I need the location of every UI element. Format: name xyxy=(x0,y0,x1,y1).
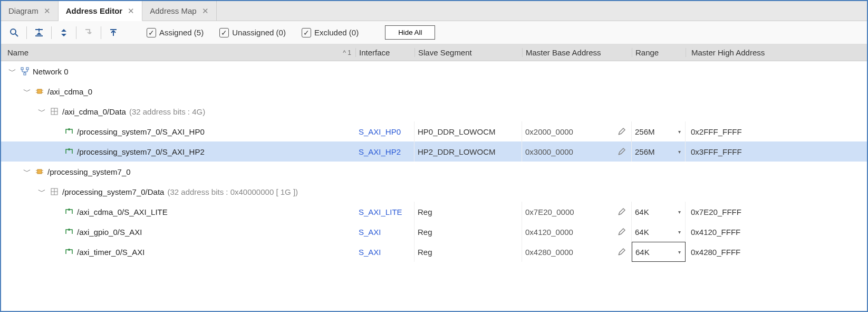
assigned-checkbox[interactable]: ✓ Assigned (5) xyxy=(147,28,204,37)
svg-rect-5 xyxy=(37,89,42,93)
slave-segment-cell: HP2_DDR_LOWOCM xyxy=(414,141,522,162)
excluded-checkbox[interactable]: ✓ Excluded (0) xyxy=(302,28,359,37)
interface-cell: S_AXI xyxy=(355,242,414,262)
interface-note: (32 address bits : 4G) xyxy=(129,107,205,116)
svg-rect-2 xyxy=(21,68,23,70)
tab-address-map[interactable]: Address Map ✕ xyxy=(142,1,216,21)
svg-point-14 xyxy=(68,148,70,150)
range-cell[interactable]: 256M ▾ xyxy=(632,121,686,141)
high-address-cell: 0x7E20_FFFF xyxy=(686,202,844,222)
hide-all-button[interactable]: Hide All xyxy=(385,25,435,40)
pencil-icon[interactable] xyxy=(618,248,626,256)
network-row[interactable]: ﹀ Network 0 xyxy=(1,61,867,81)
grid-icon xyxy=(50,187,59,196)
segment-name: /axi_cdma_0/S_AXI_LITE xyxy=(77,207,168,216)
col-master-high[interactable]: Master High Address xyxy=(686,48,844,57)
assign-icon[interactable] xyxy=(81,25,97,41)
col-range[interactable]: Range xyxy=(632,48,686,57)
base-address-cell[interactable]: 0x4120_0000 xyxy=(522,222,632,242)
dropdown-icon[interactable]: ▾ xyxy=(678,129,681,135)
tab-label: Address Editor xyxy=(66,6,123,15)
unassign-icon[interactable] xyxy=(105,25,121,41)
base-address-cell[interactable]: 0x3000_0000 xyxy=(522,141,632,162)
col-interface[interactable]: Interface xyxy=(355,48,414,57)
collapse-all-icon[interactable] xyxy=(31,25,47,41)
tab-label: Address Map xyxy=(150,6,196,15)
svg-rect-4 xyxy=(24,73,26,75)
chevron-down-icon[interactable]: ﹀ xyxy=(23,167,32,177)
range-cell[interactable]: 256M ▾ xyxy=(632,141,686,162)
address-row[interactable]: /axi_gpio_0/S_AXI S_AXI Reg 0x4120_0000 … xyxy=(1,222,867,242)
master-row[interactable]: ﹀ /axi_cdma_0 xyxy=(1,81,867,101)
base-address-cell[interactable]: 0x2000_0000 xyxy=(522,121,632,141)
segment-name: /processing_system7_0/S_AXI_HP0 xyxy=(77,127,205,136)
high-address-cell: 0x2FFF_FFFF xyxy=(686,121,844,141)
segment-icon xyxy=(64,207,74,216)
checkbox-icon: ✓ xyxy=(219,28,229,37)
checkbox-icon: ✓ xyxy=(147,28,156,37)
slave-segment-cell: Reg xyxy=(414,222,522,242)
segment-icon xyxy=(64,147,74,156)
range-cell[interactable]: 64K ▾ xyxy=(632,222,686,242)
tab-address-editor[interactable]: Address Editor ✕ xyxy=(59,1,143,21)
address-row[interactable]: /axi_timer_0/S_AXI S_AXI Reg 0x4280_0000… xyxy=(1,242,867,262)
chevron-down-icon[interactable]: ﹀ xyxy=(23,87,32,97)
col-name[interactable]: Name ^ 1 xyxy=(1,48,355,57)
segment-name: /axi_gpio_0/S_AXI xyxy=(77,228,142,237)
dropdown-icon[interactable]: ▾ xyxy=(678,149,681,155)
segment-icon xyxy=(64,227,74,237)
close-icon[interactable]: ✕ xyxy=(128,6,134,16)
address-row[interactable]: /processing_system7_0/S_AXI_HP0 S_AXI_HP… xyxy=(1,121,867,141)
address-row[interactable]: /processing_system7_0/S_AXI_HP2 S_AXI_HP… xyxy=(1,141,867,162)
dropdown-icon[interactable]: ▾ xyxy=(678,249,681,255)
interface-group-row[interactable]: ﹀ /processing_system7_0/Data (32 address… xyxy=(1,182,867,202)
pencil-icon[interactable] xyxy=(618,147,626,156)
tab-diagram[interactable]: Diagram ✕ xyxy=(1,1,59,21)
high-address-cell: 0x4280_FFFF xyxy=(686,242,844,262)
pencil-icon[interactable] xyxy=(618,207,626,216)
grid-icon xyxy=(50,107,59,116)
unassigned-checkbox[interactable]: ✓ Unassigned (0) xyxy=(219,28,286,37)
interface-label: /axi_cdma_0/Data xyxy=(62,107,126,116)
col-master-base[interactable]: Master Base Address xyxy=(522,48,632,57)
search-icon[interactable] xyxy=(6,25,22,41)
ip-icon xyxy=(35,167,44,176)
close-icon[interactable]: ✕ xyxy=(44,6,51,16)
toolbar: ✓ Assigned (5) ✓ Unassigned (0) ✓ Exclud… xyxy=(1,21,867,44)
chevron-down-icon[interactable]: ﹀ xyxy=(38,187,46,197)
range-cell[interactable]: 64K ▾ xyxy=(632,202,686,222)
pencil-icon[interactable] xyxy=(618,228,626,236)
slave-segment-cell: Reg xyxy=(414,242,522,262)
master-label: /processing_system7_0 xyxy=(47,167,131,176)
tab-label: Diagram xyxy=(8,6,38,15)
range-cell[interactable]: 64K ▾ xyxy=(632,242,686,262)
address-row[interactable]: /axi_cdma_0/S_AXI_LITE S_AXI_LITE Reg 0x… xyxy=(1,202,867,222)
address-tree: ﹀ Network 0 ﹀ /axi_cdma_0 ﹀ /axi_cdma_0/… xyxy=(1,61,867,311)
base-address-cell[interactable]: 0x7E20_0000 xyxy=(522,202,632,222)
segment-icon xyxy=(64,247,74,257)
high-address-cell: 0x3FFF_FFFF xyxy=(686,141,844,162)
sort-indicator: ^ 1 xyxy=(343,49,351,56)
network-label: Network 0 xyxy=(33,67,69,76)
expand-all-icon[interactable] xyxy=(56,25,72,41)
svg-rect-15 xyxy=(37,169,42,174)
dropdown-icon[interactable]: ▾ xyxy=(678,229,681,235)
interface-cell: S_AXI xyxy=(355,222,414,242)
chevron-down-icon[interactable]: ﹀ xyxy=(8,67,17,77)
segment-name: /processing_system7_0/S_AXI_HP2 xyxy=(77,147,205,156)
close-icon[interactable]: ✕ xyxy=(202,6,209,16)
interface-group-row[interactable]: ﹀ /axi_cdma_0/Data (32 address bits : 4G… xyxy=(1,101,867,121)
segment-name: /axi_timer_0/S_AXI xyxy=(77,248,144,257)
col-slave-segment[interactable]: Slave Segment xyxy=(414,48,522,57)
pencil-icon[interactable] xyxy=(618,127,626,136)
checkbox-label: Assigned (5) xyxy=(159,28,204,37)
interface-cell: S_AXI_HP0 xyxy=(355,121,414,141)
dropdown-icon[interactable]: ▾ xyxy=(678,209,681,215)
master-row[interactable]: ﹀ /processing_system7_0 xyxy=(1,162,867,182)
svg-point-23 xyxy=(68,209,70,211)
slave-segment-cell: HP0_DDR_LOWOCM xyxy=(414,121,522,141)
segment-icon xyxy=(64,127,74,136)
chevron-down-icon[interactable]: ﹀ xyxy=(38,107,46,117)
base-address-cell[interactable]: 0x4280_0000 xyxy=(522,242,632,262)
ip-icon xyxy=(35,87,44,96)
